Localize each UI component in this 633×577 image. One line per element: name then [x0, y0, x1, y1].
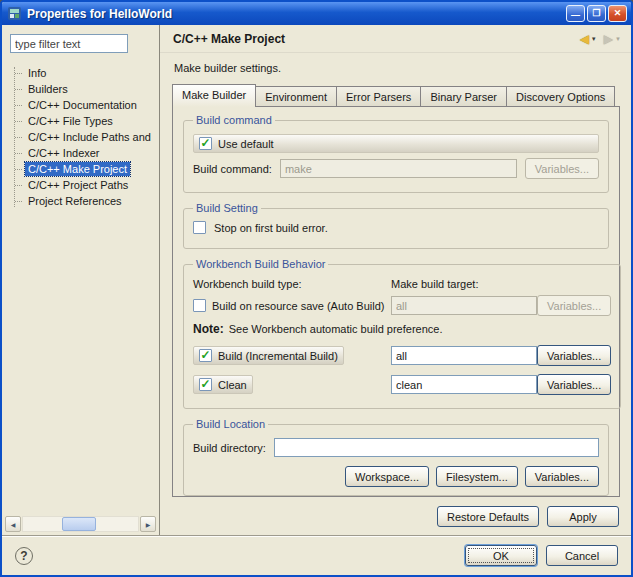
- scroll-left-button[interactable]: ◀: [5, 516, 21, 532]
- help-button[interactable]: ?: [15, 547, 33, 565]
- auto-build-checkbox[interactable]: [193, 299, 206, 312]
- check-icon: ✓: [200, 138, 210, 148]
- incremental-build-checkbox[interactable]: ✓: [199, 349, 212, 362]
- sidebar-item-info[interactable]: Info: [8, 65, 159, 81]
- incremental-build-row: ✓ Build (Incremental Build): [193, 346, 344, 365]
- build-command-group-title: Build command: [193, 114, 275, 126]
- check-icon: ✓: [200, 379, 210, 389]
- sidebar-item-project-references[interactable]: Project References: [8, 193, 159, 209]
- build-directory-label: Build directory:: [193, 442, 266, 454]
- workbench-build-behavior-group: Workbench Build Behavior Workbench build…: [183, 258, 621, 409]
- close-icon: ✕: [614, 9, 622, 18]
- tree-branch-line: [15, 169, 22, 170]
- scroll-left-icon: ◀: [11, 521, 16, 528]
- build-location-group: Build Location Build directory: Workspac…: [183, 418, 609, 496]
- forward-button[interactable]: ▶ ▼: [604, 32, 621, 46]
- minimize-icon: —: [571, 11, 580, 20]
- workbench-note: Note:See Workbench automatic build prefe…: [193, 322, 611, 336]
- scroll-right-button[interactable]: ▶: [140, 516, 156, 532]
- check-icon: ✓: [200, 350, 210, 360]
- build-setting-group-title: Build Setting: [193, 202, 261, 214]
- use-default-checkbox[interactable]: ✓: [199, 137, 212, 150]
- clean-checkbox[interactable]: ✓: [199, 378, 212, 391]
- build-setting-group: Build Setting Stop on first build error.: [183, 202, 609, 249]
- window-icon: [7, 6, 22, 21]
- auto-build-target-field: [391, 296, 537, 315]
- scroll-right-icon: ▶: [146, 521, 151, 528]
- sidebar-item-cpp-documentation[interactable]: C/C++ Documentation: [8, 97, 159, 113]
- build-directory-field[interactable]: [274, 438, 599, 457]
- clean-target-field[interactable]: [391, 375, 537, 394]
- variables-button-incremental[interactable]: Variables...: [537, 345, 611, 366]
- maximize-button[interactable]: ❐: [587, 5, 606, 22]
- make-build-target-label: Make build target:: [391, 278, 478, 290]
- cancel-button[interactable]: Cancel: [546, 545, 618, 566]
- sidebar-item-builders[interactable]: Builders: [8, 81, 159, 97]
- scrollbar-track[interactable]: [22, 516, 139, 532]
- tab-environment[interactable]: Environment: [255, 86, 337, 106]
- apply-button[interactable]: Apply: [547, 506, 619, 527]
- titlebar[interactable]: Properties for HelloWorld — ❐ ✕: [2, 2, 631, 25]
- forward-icon: ▶: [604, 32, 613, 46]
- forward-dropdown-icon: ▼: [615, 36, 621, 42]
- dialog-button-bar: ? OK Cancel: [2, 535, 631, 575]
- back-icon: ◀: [580, 32, 589, 46]
- window-title: Properties for HelloWorld: [27, 7, 172, 21]
- properties-tree: Info Builders C/C++ Documentation C/C++ …: [2, 53, 159, 514]
- sidebar-item-cpp-indexer[interactable]: C/C++ Indexer: [8, 145, 159, 161]
- tree-branch-line: [15, 201, 22, 202]
- variables-button-build-command: Variables...: [525, 158, 599, 179]
- incremental-build-label: Build (Incremental Build): [218, 350, 338, 362]
- workbench-build-type-label: Workbench build type:: [193, 278, 391, 290]
- filter-input[interactable]: [10, 34, 128, 53]
- variables-button-location[interactable]: Variables...: [525, 466, 599, 487]
- tree-branch-line: [15, 185, 22, 186]
- workbench-build-behavior-group-title: Workbench Build Behavior: [193, 258, 328, 270]
- stop-on-first-error-label: Stop on first build error.: [214, 222, 328, 234]
- close-button[interactable]: ✕: [608, 5, 627, 22]
- tree-branch-line: [15, 121, 22, 122]
- page-subtitle: Make builder settings.: [160, 53, 631, 84]
- ok-button[interactable]: OK: [465, 545, 537, 566]
- page-header: C/C++ Make Project ◀ ▼ ▶ ▼: [160, 25, 631, 53]
- dialog-body: Info Builders C/C++ Documentation C/C++ …: [2, 25, 631, 535]
- sidebar-item-cpp-make-project[interactable]: C/C++ Make Project: [8, 161, 159, 177]
- minimize-button[interactable]: —: [566, 5, 585, 22]
- build-command-group: Build command ✓ Use default Build comman…: [183, 114, 609, 193]
- workspace-button[interactable]: Workspace...: [345, 466, 429, 487]
- sidebar-item-cpp-project-paths[interactable]: C/C++ Project Paths: [8, 177, 159, 193]
- use-default-row: ✓ Use default: [193, 134, 599, 153]
- main-panel: C/C++ Make Project ◀ ▼ ▶ ▼ Make builder …: [160, 25, 631, 535]
- incremental-target-field[interactable]: [391, 346, 537, 365]
- back-button[interactable]: ◀ ▼: [580, 32, 597, 46]
- tab-make-builder[interactable]: Make Builder: [172, 84, 256, 107]
- tree-branch-line: [15, 105, 22, 106]
- variables-button-clean[interactable]: Variables...: [537, 374, 611, 395]
- restore-defaults-button[interactable]: Restore Defaults: [437, 506, 539, 527]
- tab-error-parsers[interactable]: Error Parsers: [336, 86, 421, 106]
- filesystem-button[interactable]: Filesystem...: [436, 466, 518, 487]
- sidebar-item-cpp-file-types[interactable]: C/C++ File Types: [8, 113, 159, 129]
- scrollbar-thumb[interactable]: [62, 517, 96, 531]
- help-icon: ?: [20, 549, 27, 563]
- build-command-field: [280, 159, 517, 178]
- sidebar-item-cpp-include-paths[interactable]: C/C++ Include Paths and: [8, 129, 159, 145]
- back-dropdown-icon: ▼: [591, 36, 597, 42]
- variables-button-auto-build: Variables...: [537, 295, 611, 316]
- stop-on-first-error-checkbox[interactable]: [193, 221, 206, 234]
- clean-label: Clean: [218, 379, 247, 391]
- tree-branch-line: [15, 137, 22, 138]
- tab-discovery-options[interactable]: Discovery Options: [506, 86, 615, 106]
- build-location-group-title: Build Location: [193, 418, 268, 430]
- make-builder-tab-panel: Build command ✓ Use default Build comman…: [172, 106, 620, 497]
- tab-bar: Make Builder Environment Error Parsers B…: [160, 84, 631, 106]
- note-text: See Workbench automatic build preference…: [229, 323, 443, 335]
- tree-branch-line: [15, 89, 22, 90]
- note-label: Note:: [193, 322, 224, 336]
- tree-horizontal-scrollbar[interactable]: ◀ ▶: [5, 516, 156, 532]
- use-default-label: Use default: [218, 138, 274, 150]
- tree-branch-line: [15, 73, 22, 74]
- maximize-icon: ❐: [592, 9, 600, 18]
- clean-row: ✓ Clean: [193, 375, 253, 394]
- tab-binary-parser[interactable]: Binary Parser: [420, 86, 507, 106]
